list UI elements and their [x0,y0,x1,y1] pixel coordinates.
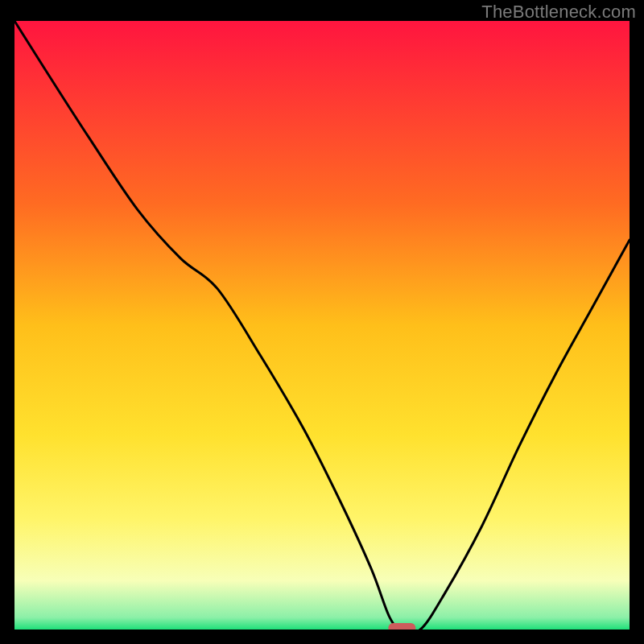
plot-area [14,21,630,630]
chart-frame: TheBottleneck.com [0,0,644,644]
chart-svg [14,21,630,630]
gradient-background [14,21,630,630]
watermark-text: TheBottleneck.com [481,2,636,23]
optimum-marker [388,623,415,630]
